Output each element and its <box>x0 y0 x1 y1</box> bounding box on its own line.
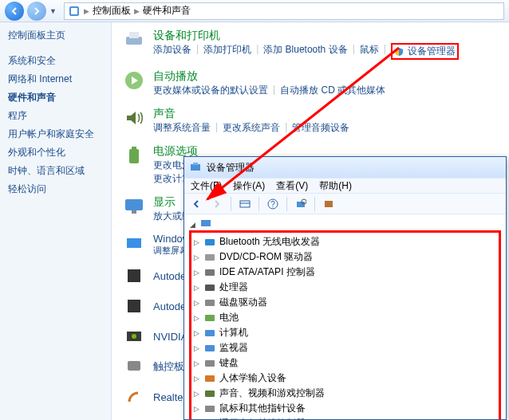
menu-view[interactable]: 查看(V) <box>276 179 308 193</box>
tree-item-label: 键盘 <box>219 356 239 370</box>
svg-rect-36 <box>205 406 215 412</box>
expand-icon[interactable]: ▷ <box>193 359 200 367</box>
refresh-button[interactable] <box>320 196 337 212</box>
breadcrumb-item[interactable]: 硬件和声音 <box>143 4 191 18</box>
sidebar-item[interactable]: 程序 <box>8 107 103 125</box>
expand-icon[interactable]: ▷ <box>193 284 200 291</box>
expand-icon[interactable]: ▷ <box>193 344 200 351</box>
breadcrumb-item[interactable]: 控制面板 <box>93 4 131 18</box>
svg-rect-5 <box>129 149 139 163</box>
printer-icon <box>123 29 145 51</box>
tree-item[interactable]: ▷电池 <box>193 310 497 325</box>
sidebar-item[interactable]: 外观和个性化 <box>8 143 103 162</box>
realtek-icon <box>123 386 145 408</box>
back-button[interactable] <box>187 196 205 212</box>
tree-item[interactable]: ▷监视器 <box>193 340 497 355</box>
tree-item[interactable]: ▷Bluetooth 无线电收发器 <box>193 234 497 249</box>
section-title[interactable]: 设备和打印机 <box>153 29 459 43</box>
svg-rect-26 <box>205 254 215 261</box>
sidebar: 控制面板主页 系统和安全 网络和 Internet 硬件和声音 程序 用户帐户和… <box>0 22 112 420</box>
autodesk-icon <box>123 295 145 317</box>
sidebar-item-current[interactable]: 硬件和声音 <box>8 88 103 107</box>
expand-icon[interactable]: ▷ <box>193 329 200 336</box>
section-link[interactable]: 调整系统音量 <box>153 121 211 135</box>
expand-icon[interactable]: ▷ <box>193 405 200 412</box>
svg-rect-10 <box>128 269 140 282</box>
section-title[interactable]: 自动播放 <box>153 69 385 84</box>
tree-body[interactable]: ◢ ▷Bluetooth 无线电收发器▷DVD/CD-ROM 驱动器▷IDE A… <box>184 214 506 419</box>
mini-title[interactable]: NVIDIA <box>153 331 187 343</box>
scan-button[interactable] <box>292 196 310 212</box>
section-title[interactable]: 声音 <box>153 107 349 121</box>
view-button[interactable] <box>236 196 254 212</box>
section-autoplay: 自动播放 更改媒体或设备的默认设置| 自动播放 CD 或其他媒体 <box>123 69 498 97</box>
sidebar-item[interactable]: 系统和安全 <box>8 52 103 70</box>
svg-rect-29 <box>205 300 215 306</box>
forward-button[interactable] <box>208 196 226 212</box>
section-link[interactable]: 更改系统声音 <box>223 121 280 135</box>
mini-title[interactable]: Autode <box>153 300 186 312</box>
sidebar-item[interactable]: 轻松访问 <box>8 180 103 198</box>
tree-item[interactable]: ▷人体学输入设备 <box>193 371 497 386</box>
tree-item[interactable]: ▷处理器 <box>193 280 497 295</box>
tree-item-label: 处理器 <box>219 281 248 294</box>
expand-icon[interactable]: ▷ <box>193 314 200 321</box>
tree-item[interactable]: ▷磁盘驱动器 <box>193 295 497 310</box>
svg-rect-27 <box>205 269 215 276</box>
tree-item[interactable]: ▷计算机 <box>193 325 497 340</box>
sidebar-item[interactable]: 用户帐户和家庭安全 <box>8 125 103 143</box>
device-icon <box>203 282 216 293</box>
expand-icon[interactable]: ▷ <box>193 269 200 276</box>
menu-help[interactable]: 帮助(H) <box>319 179 352 193</box>
tree-item[interactable]: ▷键盘 <box>193 355 497 371</box>
device-icon <box>203 373 216 384</box>
expand-icon[interactable]: ▷ <box>193 375 200 382</box>
mini-title[interactable]: Autode <box>153 270 186 282</box>
tree-item[interactable]: ▷鼠标和其他指针设备 <box>193 401 497 416</box>
expand-icon[interactable]: ▷ <box>193 253 200 261</box>
window-titlebar[interactable]: 设备管理器 <box>184 157 506 178</box>
sidebar-item[interactable]: 时钟、语言和区域 <box>8 162 103 180</box>
collapse-icon[interactable]: ◢ <box>189 221 196 228</box>
svg-rect-8 <box>132 210 136 214</box>
menubar: 文件(F) 操作(A) 查看(V) 帮助(H) <box>184 178 506 194</box>
device-tree-highlight: ▷Bluetooth 无线电收发器▷DVD/CD-ROM 驱动器▷IDE ATA… <box>189 230 501 419</box>
tree-item[interactable]: ▷DVD/CD-ROM 驱动器 <box>193 249 497 265</box>
tree-item[interactable]: ▷声音、视频和游戏控制器 <box>193 386 497 401</box>
svg-rect-23 <box>325 201 333 207</box>
section-link[interactable]: 管理音频设备 <box>292 121 349 135</box>
section-link[interactable]: 鼠标 <box>360 43 379 60</box>
expand-icon[interactable]: ▷ <box>193 299 200 306</box>
device-manager-link[interactable]: 设备管理器 <box>408 45 456 57</box>
tree-item[interactable]: ▷IDE ATA/ATAPI 控制器 <box>193 265 497 280</box>
section-link[interactable]: 添加 Bluetooth 设备 <box>263 43 347 60</box>
expand-icon[interactable]: ▷ <box>193 238 200 245</box>
autoplay-icon <box>123 69 145 92</box>
section-link[interactable]: 更改媒体或设备的默认设置 <box>153 84 268 97</box>
help-button[interactable]: ? <box>264 196 282 212</box>
svg-rect-31 <box>205 330 215 336</box>
history-dropdown[interactable]: ▼ <box>49 7 61 15</box>
tree-root-item[interactable]: ◢ <box>189 218 501 230</box>
mini-title[interactable]: 触控板 <box>153 359 184 374</box>
svg-rect-28 <box>205 285 215 291</box>
svg-rect-30 <box>205 315 215 321</box>
tree-item-label: 计算机 <box>219 326 248 340</box>
section-link[interactable]: 添加打印机 <box>203 43 251 60</box>
sidebar-item[interactable]: 网络和 Internet <box>8 70 103 88</box>
forward-button[interactable] <box>27 2 46 21</box>
nvidia-icon <box>123 325 145 347</box>
expand-icon[interactable]: ▷ <box>193 390 200 397</box>
menu-file[interactable]: 文件(F) <box>191 179 222 193</box>
menu-action[interactable]: 操作(A) <box>233 179 265 193</box>
tree-item[interactable]: ▷通用串行总线控制器 <box>193 416 497 419</box>
section-link[interactable]: 自动播放 CD 或其他媒体 <box>280 84 385 97</box>
device-icon <box>203 252 216 263</box>
section-link[interactable]: 添加设备 <box>153 43 191 60</box>
computer-icon <box>199 218 212 230</box>
back-button[interactable] <box>5 2 24 21</box>
tree-item-label: 磁盘驱动器 <box>219 296 267 309</box>
device-manager-window[interactable]: 设备管理器 文件(F) 操作(A) 查看(V) 帮助(H) ? ◢ ▷Bluet… <box>183 156 507 420</box>
breadcrumb[interactable]: ▶ 控制面板 ▶ 硬件和声音 <box>64 2 504 20</box>
chevron-right-icon: ▶ <box>134 7 140 15</box>
